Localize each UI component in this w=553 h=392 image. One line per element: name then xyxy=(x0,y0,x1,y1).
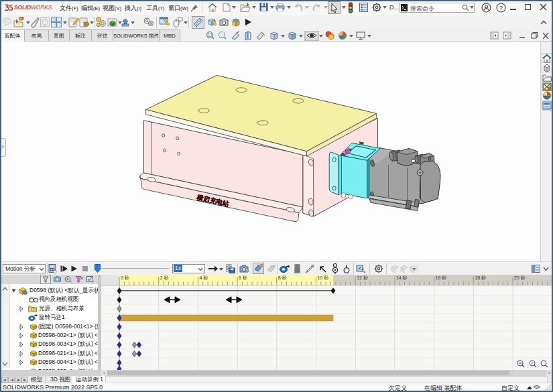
svg-text:►: ► xyxy=(17,378,21,382)
svg-text:18 秒: 18 秒 xyxy=(475,275,486,281)
svg-text:x: x xyxy=(362,267,364,271)
svg-text:◄: ◄ xyxy=(10,378,14,382)
svg-text:12 秒: 12 秒 xyxy=(357,275,368,281)
svg-text:20 秒: 20 秒 xyxy=(514,275,526,281)
svg-text:10 秒: 10 秒 xyxy=(318,275,329,281)
svg-text:6 秒: 6 秒 xyxy=(239,275,247,281)
svg-text:14 秒: 14 秒 xyxy=(396,275,408,281)
svg-text:16 秒: 16 秒 xyxy=(436,275,447,281)
svg-text:8 秒: 8 秒 xyxy=(278,275,287,281)
svg-text:►: ► xyxy=(23,378,27,382)
svg-text:4 秒: 4 秒 xyxy=(199,275,208,281)
svg-text:◄: ◄ xyxy=(3,378,7,382)
svg-text:2 秒: 2 秒 xyxy=(160,275,169,281)
svg-text:0 秒: 0 秒 xyxy=(121,275,129,281)
